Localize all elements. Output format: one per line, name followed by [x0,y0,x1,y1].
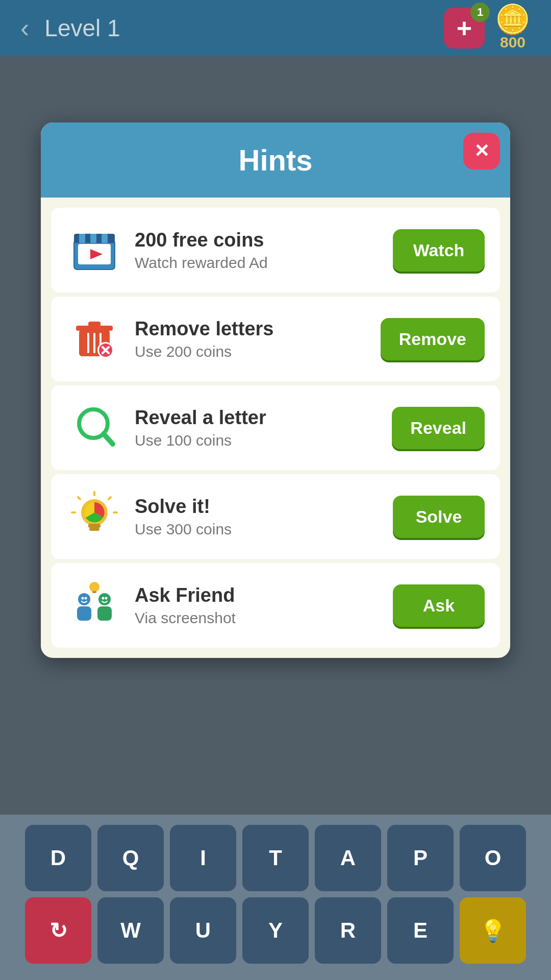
ask-button[interactable]: Ask [393,584,485,627]
hint-row-solve: Solve it! Use 300 coins Solve [51,474,500,559]
svg-point-28 [78,593,90,605]
keyboard-row-1: D Q I T A P O [10,825,541,891]
svg-rect-2 [79,234,85,243]
key-D[interactable]: D [25,825,91,891]
magnify-icon [66,400,122,456]
svg-point-19 [85,415,102,432]
header: ‹ Level 1 1 🪙 800 [0,0,551,56]
hint-row-ask: Ask Friend Via screenshot Ask [51,563,500,648]
hint-sub-remove: Use 200 coins [135,343,368,360]
back-button[interactable]: ‹ [20,13,29,43]
key-I[interactable]: I [170,825,236,891]
key-P[interactable]: P [387,825,454,891]
key-Y[interactable]: Y [242,897,309,964]
remove-button[interactable]: Remove [381,318,485,360]
svg-rect-29 [77,606,91,621]
svg-point-36 [102,597,105,600]
svg-point-37 [105,597,108,600]
reveal-button[interactable]: Reveal [392,407,485,449]
hint-title-remove: Remove letters [135,318,368,340]
hint-text-solve: Solve it! Use 300 coins [135,496,381,538]
hint-row-watch: 200 free coins Watch rewarded Ad Watch [51,208,500,292]
keyboard-row-2: ↻ W U Y R E 💡 [10,897,541,964]
svg-line-22 [109,497,111,499]
modal-title: Hints [239,143,313,177]
hint-title-reveal: Reveal a letter [135,407,380,429]
solve-button[interactable]: Solve [393,496,485,538]
hint-text-watch: 200 free coins Watch rewarded Ad [135,229,381,272]
svg-rect-27 [89,528,99,531]
svg-rect-3 [90,234,96,243]
hint-row-remove: Remove letters Use 200 coins Remove [51,297,500,381]
trash-icon [66,311,122,367]
key-T[interactable]: T [242,825,309,891]
hint-title-ask: Ask Friend [135,584,381,606]
key-E[interactable]: E [387,897,454,964]
solve-icon [66,488,122,545]
badge-count: 1 [470,3,490,22]
hint-sub-solve: Use 300 coins [135,521,381,538]
close-button[interactable] [463,133,500,169]
level-title: Level 1 [44,14,120,42]
key-U[interactable]: U [170,897,236,964]
key-Q[interactable]: Q [97,825,164,891]
hint-text-remove: Remove letters Use 200 coins [135,318,368,360]
plus-badge[interactable]: 1 [444,8,485,48]
hint-key-button[interactable]: 💡 [460,897,526,964]
hint-text-reveal: Reveal a letter Use 100 coins [135,407,380,449]
watch-button[interactable]: Watch [393,229,485,272]
hints-list: 200 free coins Watch rewarded Ad Watch [41,198,510,658]
hint-title-watch: 200 free coins [135,229,381,251]
key-A[interactable]: A [315,825,381,891]
svg-line-18 [104,434,113,444]
coins-icon: 🪙 [495,5,531,34]
key-R[interactable]: R [315,897,381,964]
keyboard-area: D Q I T A P O ↻ W U Y R E 💡 [0,815,551,980]
svg-point-30 [98,593,111,605]
svg-rect-9 [88,322,101,327]
coins-display: 🪙 800 [495,5,531,51]
svg-point-34 [89,582,99,592]
hint-row-reveal: Reveal a letter Use 100 coins Reveal [51,385,500,470]
hint-title-solve: Solve it! [135,496,381,518]
key-O[interactable]: O [460,825,526,891]
hint-text-ask: Ask Friend Via screenshot [135,584,381,627]
svg-point-33 [85,597,87,600]
refresh-button[interactable]: ↻ [25,897,91,964]
film-icon [66,222,122,278]
svg-rect-35 [92,591,96,593]
game-background: Hints [0,56,551,980]
hint-sub-reveal: Use 100 coins [135,432,380,449]
hint-sub-watch: Watch rewarded Ad [135,254,381,272]
key-W[interactable]: W [97,897,164,964]
svg-line-23 [78,497,80,499]
svg-rect-4 [102,234,108,243]
hint-sub-ask: Via screenshot [135,609,381,627]
friend-icon [66,577,122,633]
hints-modal: Hints [41,122,510,658]
svg-rect-26 [88,524,101,528]
svg-point-32 [82,597,84,600]
coins-value: 800 [500,34,525,51]
header-right: 1 🪙 800 [444,5,531,51]
svg-rect-31 [97,606,112,621]
modal-header: Hints [41,122,510,198]
